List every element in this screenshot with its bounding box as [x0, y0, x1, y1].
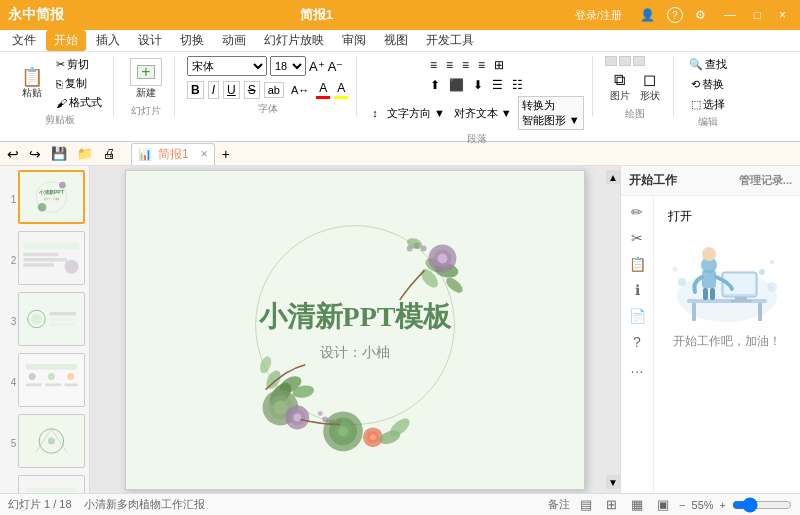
menu-design[interactable]: 设计: [130, 30, 170, 51]
slide-num-4: 4: [4, 377, 16, 388]
shape-fill-button[interactable]: ◻ 形状: [636, 68, 664, 105]
slide-thumb-4[interactable]: [18, 353, 85, 407]
paragraph-label: 段落: [467, 130, 487, 146]
slide-thumb-2[interactable]: [18, 231, 85, 285]
maximize-button[interactable]: □: [748, 6, 767, 24]
underline-button[interactable]: U: [223, 81, 240, 99]
question-icon[interactable]: ?: [625, 330, 649, 354]
highlight-button[interactable]: A: [334, 80, 348, 99]
scroll-up-button[interactable]: ▲: [606, 170, 620, 184]
slide-thumb-5[interactable]: [18, 414, 85, 468]
slide-thumb-1[interactable]: 小清新PPT 设计：小柚: [18, 170, 85, 224]
slide-2-preview: [19, 232, 84, 284]
select-button[interactable]: ⬚选择: [688, 96, 728, 113]
menu-start[interactable]: 开始: [46, 30, 86, 51]
menu-transition[interactable]: 切换: [172, 30, 212, 51]
zoom-in-button[interactable]: +: [720, 499, 726, 511]
document-icon[interactable]: 📄: [625, 304, 649, 328]
menu-file[interactable]: 文件: [4, 30, 44, 51]
new-tab-button[interactable]: +: [219, 145, 233, 163]
menu-animation[interactable]: 动画: [214, 30, 254, 51]
login-button[interactable]: 登录/注册: [569, 6, 628, 25]
user-icon[interactable]: 👤: [634, 6, 661, 24]
menu-view[interactable]: 视图: [376, 30, 416, 51]
font-size-select[interactable]: 18: [270, 56, 306, 76]
open-label[interactable]: 打开: [664, 206, 696, 227]
font-increase-button[interactable]: A⁺: [309, 59, 325, 74]
save-button-qa[interactable]: 💾: [48, 145, 70, 162]
clipboard-icon[interactable]: 📋: [625, 252, 649, 276]
slide-thumb-3[interactable]: [18, 292, 85, 346]
undo-button[interactable]: ↩: [4, 145, 22, 163]
paste-button[interactable]: 📋 粘贴: [14, 66, 50, 102]
info-icon[interactable]: ℹ: [625, 278, 649, 302]
minimize-button[interactable]: —: [718, 6, 742, 24]
cut-button[interactable]: ✂剪切: [53, 56, 105, 73]
copy-label: 复制: [65, 76, 87, 91]
new-slide-button[interactable]: + 新建: [126, 56, 166, 102]
zoom-out-button[interactable]: −: [679, 499, 685, 511]
view-normal-button[interactable]: ▤: [576, 496, 596, 513]
format-paint-button[interactable]: 🖌格式式: [53, 94, 105, 111]
replace-button[interactable]: ⟲替换: [688, 76, 727, 93]
scroll-down-button[interactable]: ▼: [606, 475, 620, 489]
font-family-select[interactable]: 宋体: [187, 56, 267, 76]
pencil-icon[interactable]: ✏: [625, 200, 649, 224]
menu-review[interactable]: 审阅: [334, 30, 374, 51]
font-decrease-button[interactable]: A⁻: [328, 59, 344, 74]
menu-slideshow[interactable]: 幻灯片放映: [256, 30, 332, 51]
list-button[interactable]: ☰: [489, 76, 506, 94]
valign-bot-button[interactable]: ⬇: [470, 76, 486, 94]
align-left-button[interactable]: ≡: [427, 56, 440, 74]
view-presenter-button[interactable]: ▣: [653, 496, 673, 513]
view-grid-button[interactable]: ⊞: [602, 496, 621, 513]
fill-label: 形状: [640, 89, 660, 103]
redo-button[interactable]: ↪: [26, 145, 44, 163]
text-align-dist-button[interactable]: 对齐文本 ▼: [451, 105, 515, 122]
print-button[interactable]: 🖨: [100, 145, 119, 162]
align-right-button[interactable]: ≡: [459, 56, 472, 74]
zoom-slider[interactable]: [732, 497, 792, 513]
view-outline-button[interactable]: ▦: [627, 496, 647, 513]
char-spacing-button[interactable]: A↔: [288, 83, 312, 97]
help-icon[interactable]: ?: [667, 7, 683, 23]
svg-point-4: [59, 182, 66, 189]
text-direction-button[interactable]: 文字方向 ▼: [384, 105, 448, 122]
close-button[interactable]: ×: [773, 6, 792, 24]
settings-icon[interactable]: ⚙: [689, 6, 712, 24]
align-center-button[interactable]: ≡: [443, 56, 456, 74]
open-button-qa[interactable]: 📁: [74, 145, 96, 162]
find-button[interactable]: 🔍查找: [686, 56, 730, 73]
arrange-button[interactable]: ⧉ 图片: [606, 69, 634, 105]
line-spacing-button[interactable]: ↕: [369, 106, 381, 120]
num-list-button[interactable]: ☷: [509, 76, 526, 94]
note-button[interactable]: 备注: [548, 497, 570, 512]
slide-num-2: 2: [4, 255, 16, 266]
shape-preview2: [619, 56, 631, 66]
justify-button[interactable]: ≡: [475, 56, 488, 74]
strikethrough-button[interactable]: S: [244, 81, 260, 99]
tab-doc-name: 简报1: [155, 145, 192, 164]
shadow-button[interactable]: ab: [264, 82, 284, 98]
slide-main-title: 小清新PPT模板: [259, 298, 452, 336]
menu-developer[interactable]: 开发工具: [418, 30, 482, 51]
scissors-icon[interactable]: ✂: [625, 226, 649, 250]
font-color-button[interactable]: A: [316, 80, 330, 99]
valign-top-button[interactable]: ⬆: [427, 76, 443, 94]
menu-insert[interactable]: 插入: [88, 30, 128, 51]
tab-close-button[interactable]: ×: [198, 146, 211, 162]
manage-records-link[interactable]: 管理记录...: [739, 173, 792, 188]
copy-button[interactable]: ⎘复制: [53, 75, 105, 92]
edit-label: 编辑: [698, 113, 718, 129]
italic-button[interactable]: I: [208, 81, 219, 99]
column-button[interactable]: ⊞: [491, 56, 507, 74]
bold-button[interactable]: B: [187, 81, 204, 99]
more-icon[interactable]: …: [625, 356, 649, 380]
valign-mid-button[interactable]: ⬛: [446, 76, 467, 94]
right-panel-sidebar-icons: ✏ ✂ 📋 ℹ 📄 ? …: [621, 196, 654, 493]
slide-thumb-6[interactable]: [18, 475, 85, 493]
convert-smartart-button[interactable]: 转换为智能图形 ▼: [518, 96, 584, 130]
svg-point-88: [338, 426, 348, 436]
doc-tab[interactable]: 📊 简报1 ×: [131, 143, 215, 165]
slide-canvas[interactable]: 小清新PPT模板 设计：小柚: [125, 170, 585, 490]
